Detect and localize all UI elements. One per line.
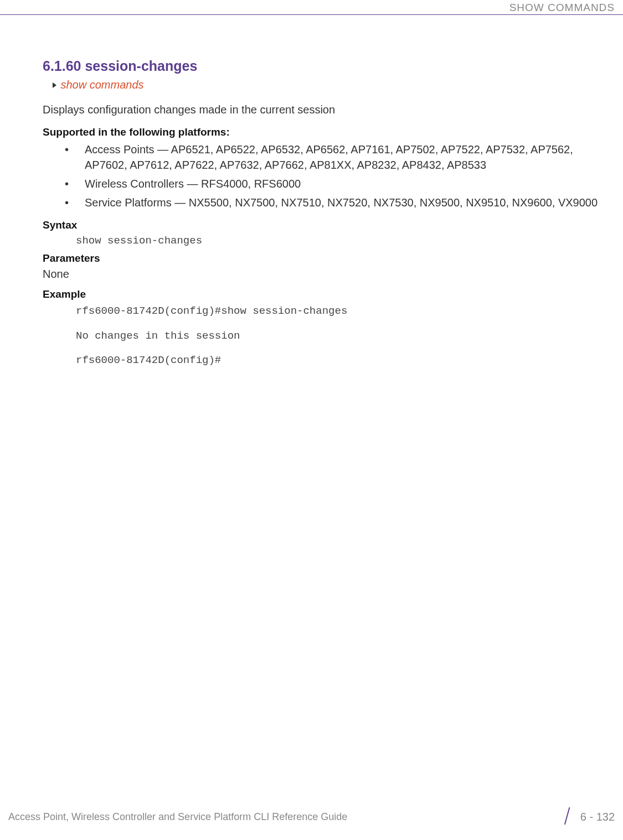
example-heading: Example (43, 288, 604, 300)
example-line: rfs6000-81742D(config)#show session-chan… (76, 304, 604, 319)
section-title: 6.1.60 session-changes (43, 58, 604, 74)
show-commands-link[interactable]: show commands (60, 79, 143, 91)
page-content: 6.1.60 session-changes show commands Dis… (43, 58, 604, 376)
syntax-code: show session-changes (76, 235, 604, 247)
page-footer: Access Point, Wireless Controller and Se… (8, 803, 615, 830)
slash-icon: / (565, 803, 569, 830)
supported-platforms-list: Access Points — AP6521, AP6522, AP6532, … (65, 142, 604, 210)
footer-right-group: / 6 - 132 (564, 803, 615, 830)
example-line: rfs6000-81742D(config)# (76, 353, 604, 368)
example-output: rfs6000-81742D(config)#show session-chan… (76, 304, 604, 368)
section-description: Displays configuration changes made in t… (43, 103, 604, 116)
example-line: No changes in this session (76, 329, 604, 344)
supported-platforms-heading: Supported in the following platforms: (43, 126, 604, 138)
footer-guide-title: Access Point, Wireless Controller and Se… (8, 811, 347, 823)
list-item: Wireless Controllers — RFS4000, RFS6000 (65, 176, 604, 191)
header-chapter-label: SHOW COMMANDS (509, 2, 615, 14)
header-divider (0, 14, 623, 15)
arrow-right-icon (53, 82, 56, 88)
list-item: Access Points — AP6521, AP6522, AP6532, … (65, 142, 604, 173)
parameters-value: None (43, 268, 604, 281)
parameters-heading: Parameters (43, 252, 604, 265)
syntax-heading: Syntax (43, 219, 604, 231)
page-number: 6 - 132 (580, 811, 615, 823)
list-item: Service Platforms — NX5500, NX7500, NX75… (65, 195, 604, 210)
breadcrumb-link-row: show commands (53, 79, 604, 91)
